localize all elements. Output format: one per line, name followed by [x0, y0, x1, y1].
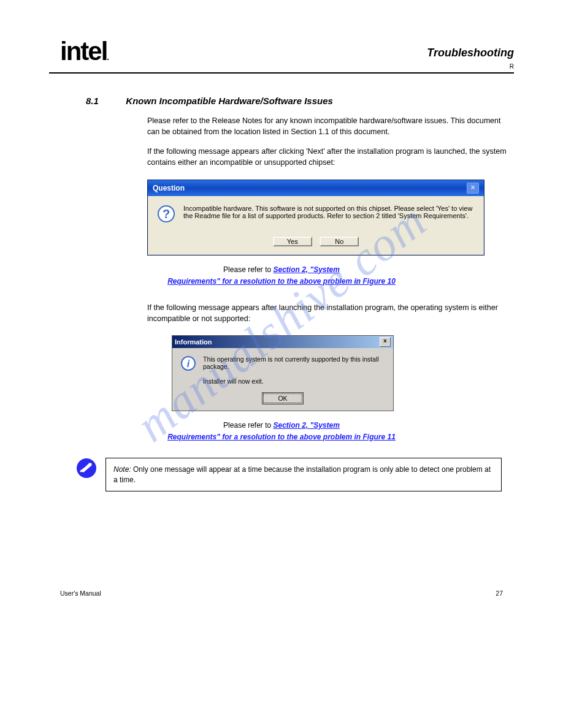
question-icon: ? — [156, 205, 176, 226]
section-title: Known Incompatible Hardware/Software Iss… — [126, 96, 333, 106]
page-title: Troubleshooting — [49, 47, 514, 59]
figure1-caption: Please refer to Section 2, "System — [49, 265, 514, 274]
header-rule — [49, 72, 514, 74]
question-dialog: Question × ? Incompatible hardware. This… — [147, 180, 484, 256]
footer-right: 27 — [496, 590, 503, 597]
note-box: Note: Only one message will appear at a … — [105, 458, 502, 492]
dialog1-message: Incompatible hardware. This software is … — [183, 205, 475, 226]
svg-text:?: ? — [163, 207, 170, 221]
ok-button[interactable]: OK — [263, 393, 302, 403]
footer-left: User's Manual — [60, 590, 101, 597]
figure1-link2[interactable]: Requirements" for a resolution to the ab… — [167, 277, 396, 286]
dialog2-line1: This operating system is not currently s… — [203, 355, 379, 370]
dialog2-line2: Installer will now exit. — [203, 377, 264, 385]
close-icon[interactable]: × — [380, 337, 391, 347]
note-icon — [76, 458, 97, 479]
figure2-caption: Please refer to Section 2, "System — [49, 421, 514, 430]
dialog2-title-text: Information — [175, 338, 212, 346]
figure1-link1[interactable]: Section 2, "System — [273, 265, 339, 274]
paragraph-1: Please refer to the Release Notes for an… — [147, 115, 508, 137]
info-icon: i — [180, 355, 197, 385]
dialog1-title-text: Question — [153, 184, 185, 192]
dialog2-titlebar: Information × — [172, 336, 393, 348]
paragraph-2: If the following message appears after c… — [147, 146, 508, 168]
information-dialog: Information × i This operating system is… — [172, 335, 394, 411]
header-rmark: R — [49, 63, 514, 70]
figure2-link2[interactable]: Requirements" for a resolution to the ab… — [167, 433, 396, 441]
dialog1-titlebar: Question × — [148, 180, 484, 196]
yes-button[interactable]: Yes — [273, 237, 312, 246]
no-button[interactable]: No — [320, 237, 359, 246]
svg-text:i: i — [187, 358, 190, 369]
paragraph-3: If the following message appears after l… — [147, 302, 508, 324]
page-footer: User's Manual 27 — [49, 590, 514, 597]
close-icon[interactable]: × — [467, 183, 479, 194]
section-number: 8.1 — [86, 96, 99, 106]
figure2-link1[interactable]: Section 2, "System — [273, 421, 339, 430]
note-label: Note: — [113, 465, 131, 474]
note-text: Only one message will appear at a time b… — [113, 465, 491, 484]
